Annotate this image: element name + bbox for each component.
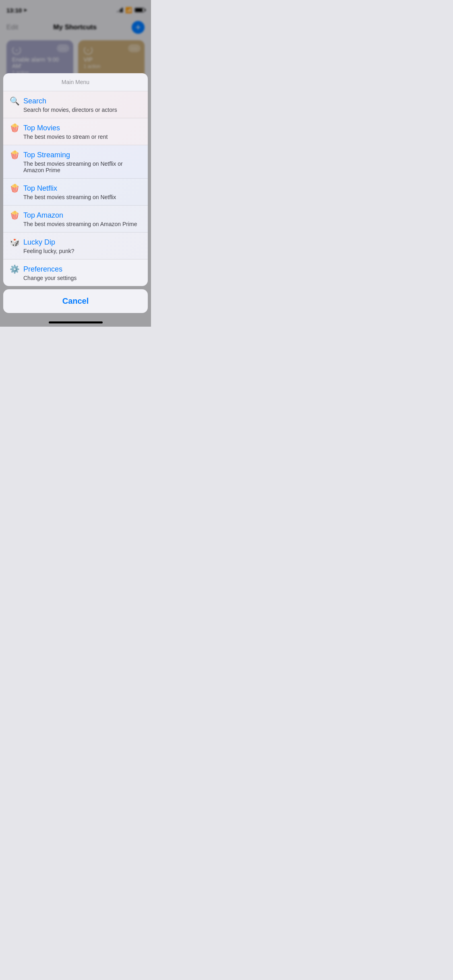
- popcorn-icon: 🍿: [10, 210, 19, 220]
- menu-item-subtitle: The best movies to stream or rent: [10, 134, 141, 140]
- menu-item-title: Top Amazon: [23, 211, 63, 220]
- dice-icon: 🎲: [10, 237, 19, 247]
- home-indicator: [49, 321, 103, 323]
- bottom-sheet: Main Menu 🔍 Search Search for movies, di…: [0, 70, 151, 327]
- menu-header: Main Menu: [3, 73, 148, 91]
- menu-item-preferences[interactable]: ⚙️ Preferences Change your settings: [3, 259, 148, 286]
- menu-item-subtitle: The best movies streaming on Netflix: [10, 194, 141, 200]
- menu-item-title: Top Netflix: [23, 184, 57, 193]
- menu-item-subtitle: Change your settings: [10, 275, 141, 281]
- menu-item-title: Lucky Dip: [23, 238, 55, 247]
- main-menu-card: Main Menu 🔍 Search Search for movies, di…: [3, 73, 148, 286]
- search-icon: 🔍: [10, 96, 19, 106]
- popcorn-icon: 🍿: [10, 123, 19, 133]
- menu-item-title: Top Streaming: [23, 151, 70, 159]
- popcorn-icon: 🍿: [10, 183, 19, 193]
- cancel-button[interactable]: Cancel: [3, 289, 148, 313]
- menu-item-lucky-dip[interactable]: 🎲 Lucky Dip Feeling lucky, punk?: [3, 233, 148, 259]
- menu-item-subtitle: Feeling lucky, punk?: [10, 248, 141, 254]
- menu-item-top-streaming[interactable]: 🍿 Top Streaming The best movies streamin…: [3, 145, 148, 179]
- menu-item-subtitle: Search for movies, directors or actors: [10, 107, 141, 113]
- menu-item-top-movies[interactable]: 🍿 Top Movies The best movies to stream o…: [3, 118, 148, 145]
- menu-item-subtitle: The best movies streaming on Amazon Prim…: [10, 221, 141, 227]
- menu-item-title: Search: [23, 97, 46, 105]
- menu-item-title: Preferences: [23, 265, 62, 274]
- popcorn-icon: 🍿: [10, 150, 19, 160]
- menu-item-title: Top Movies: [23, 124, 60, 132]
- menu-item-top-amazon[interactable]: 🍿 Top Amazon The best movies streaming o…: [3, 206, 148, 233]
- menu-item-subtitle: The best movies streaming on Netflix or …: [10, 161, 141, 173]
- menu-item-search[interactable]: 🔍 Search Search for movies, directors or…: [3, 91, 148, 118]
- menu-item-top-netflix[interactable]: 🍿 Top Netflix The best movies streaming …: [3, 179, 148, 206]
- gear-icon: ⚙️: [10, 264, 19, 274]
